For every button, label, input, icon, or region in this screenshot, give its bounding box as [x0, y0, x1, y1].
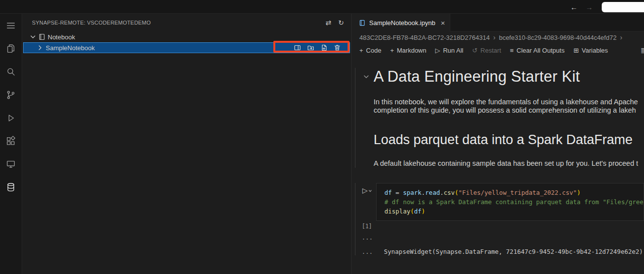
activity-bar-item-search[interactable]: [0, 60, 22, 83]
cell-gutter: ▷: [358, 183, 376, 221]
sync-icon[interactable]: ⇄: [325, 19, 331, 27]
history-navigation: ← →: [570, 0, 593, 14]
notebook-heading-1: A Data Engineering Starter Kit: [374, 68, 580, 86]
code-cell[interactable]: ▷ df = spark.read.csv("Files/yellow_trip…: [355, 183, 644, 255]
execution-count: [1]: [362, 223, 372, 230]
add-markdown-cell-button[interactable]: + Markdown: [386, 46, 431, 55]
activity-bar: [0, 14, 22, 274]
synapse-icon: [5, 182, 16, 193]
breadcrumb-item[interactable]: 483C2DE8-FB78-4B2A-BC72-3218D2764314: [359, 34, 490, 41]
tree-item-samplenotebook[interactable]: SampleNotebook: [23, 42, 350, 53]
breadcrumb-separator-icon: ›: [493, 33, 496, 41]
variables-button[interactable]: ⊞ Variables: [569, 46, 612, 55]
markdown-paragraph: A default lakehouse containing sample da…: [374, 159, 644, 168]
plus-icon: +: [359, 47, 363, 54]
collapse-cell-icon[interactable]: [363, 73, 370, 80]
tree-item-label: SampleNotebook: [46, 44, 95, 52]
run-debug-icon: [5, 113, 16, 123]
activity-bar-item-source-control[interactable]: [0, 83, 22, 106]
code-lines[interactable]: df = spark.read.csv("Files/yellow_tripda…: [376, 183, 644, 221]
extensions-icon: [5, 136, 16, 147]
close-tab-icon[interactable]: ×: [440, 19, 445, 27]
explorer-icon: [5, 43, 16, 54]
run-options-chevron-icon[interactable]: [368, 189, 372, 193]
delete-notebook-icon[interactable]: [333, 44, 341, 52]
tree-item-label: Notebook: [48, 33, 75, 41]
breadcrumb: 483C2DE8-FB78-4B2A-BC72-3218D2764314 › b…: [351, 31, 644, 43]
run-all-icon: ▷: [435, 47, 440, 54]
markdown-cell[interactable]: A Data Engineering Starter Kit In this n…: [355, 68, 644, 168]
source-control-icon: [5, 90, 16, 100]
sidebar-header: SYNAPSE-REMOTE: VSCODEREMOTEDEMO ⇄ ↻: [22, 14, 351, 31]
activity-bar-item-remote-explorer[interactable]: [0, 152, 22, 176]
activity-bar-item-run-debug[interactable]: [0, 106, 22, 129]
open-notebook-icon[interactable]: [293, 44, 301, 52]
output-text: SynapseWidget(Synapse.DataFrame, 721647c…: [376, 248, 643, 255]
notebook-heading-2: Loads parquet data into a Spark DataFram…: [374, 132, 644, 148]
run-cell-icon: ▷: [362, 187, 368, 194]
activity-bar-item-explorer[interactable]: [0, 37, 22, 60]
import-notebook-icon[interactable]: [320, 44, 328, 52]
toolbar-overflow-icon[interactable]: ≣: [641, 46, 644, 55]
history-back-icon[interactable]: ←: [570, 3, 578, 11]
chevron-down-icon: [29, 33, 37, 41]
menu-button[interactable]: [0, 14, 22, 37]
add-code-cell-button[interactable]: + Code: [355, 46, 385, 55]
activity-bar-item-synapse[interactable]: [0, 176, 22, 199]
activity-bar-item-extensions[interactable]: [0, 129, 22, 152]
restart-kernel-button: ↺ Restart: [468, 46, 505, 55]
tab-samplenotebook[interactable]: SampleNotebook.ipynb ×: [351, 14, 450, 31]
sidebar-synapse-remote: SYNAPSE-REMOTE: VSCODEREMOTEDEMO ⇄ ↻ Not…: [22, 14, 351, 274]
editor-area: SampleNotebook.ipynb × 483C2DE8-FB78-4B2…: [351, 14, 644, 274]
search-icon: [5, 66, 16, 77]
markdown-paragraph: In this notebook, we will explore the fu…: [374, 98, 644, 106]
output-gutter-indicator[interactable]: ...: [358, 248, 376, 255]
ipynb-file-icon: [358, 19, 366, 27]
markdown-paragraph: completion of this guide, you will posse…: [374, 106, 644, 115]
breadcrumb-item[interactable]: bcefe310-8c29-4083-9698-40d44c4efd72: [499, 34, 616, 41]
remote-explorer-icon: [5, 159, 16, 170]
tab-bar: SampleNotebook.ipynb ×: [351, 14, 644, 31]
sidebar-title: SYNAPSE-REMOTE: VSCODEREMOTEDEMO: [32, 20, 151, 26]
notebook-editor: A Data Engineering Starter Kit In this n…: [351, 57, 644, 274]
notebook-tree: Notebook SampleNotebook: [22, 31, 351, 53]
refresh-icon[interactable]: ↻: [338, 19, 344, 27]
tab-label: SampleNotebook.ipynb: [369, 19, 435, 27]
titlebar-search-box[interactable]: [602, 2, 644, 12]
clear-all-outputs-button[interactable]: ≡ Clear All Outputs: [506, 46, 568, 55]
export-notebook-icon[interactable]: [307, 44, 315, 52]
history-forward-icon[interactable]: →: [585, 3, 593, 11]
run-all-button[interactable]: ▷ Run All: [431, 46, 467, 55]
tree-item-actions: [293, 44, 350, 52]
run-cell-button[interactable]: ▷: [362, 187, 372, 221]
clear-outputs-icon: ≡: [510, 47, 514, 54]
title-bar: ← →: [0, 0, 644, 14]
output-collapsed-indicator[interactable]: ...: [358, 234, 376, 241]
notebook-icon: [38, 33, 46, 41]
chevron-right-icon: [36, 44, 44, 52]
breadcrumb-separator-icon: ›: [620, 33, 622, 41]
notebook-toolbar: + Code + Markdown ▷ Run All ↺ Restart ≡ …: [351, 43, 644, 57]
menu-icon: [5, 20, 16, 31]
tree-item-notebook[interactable]: Notebook: [22, 31, 351, 42]
variables-icon: ⊞: [573, 47, 579, 54]
restart-icon: ↺: [472, 47, 477, 54]
plus-icon: +: [390, 47, 394, 54]
